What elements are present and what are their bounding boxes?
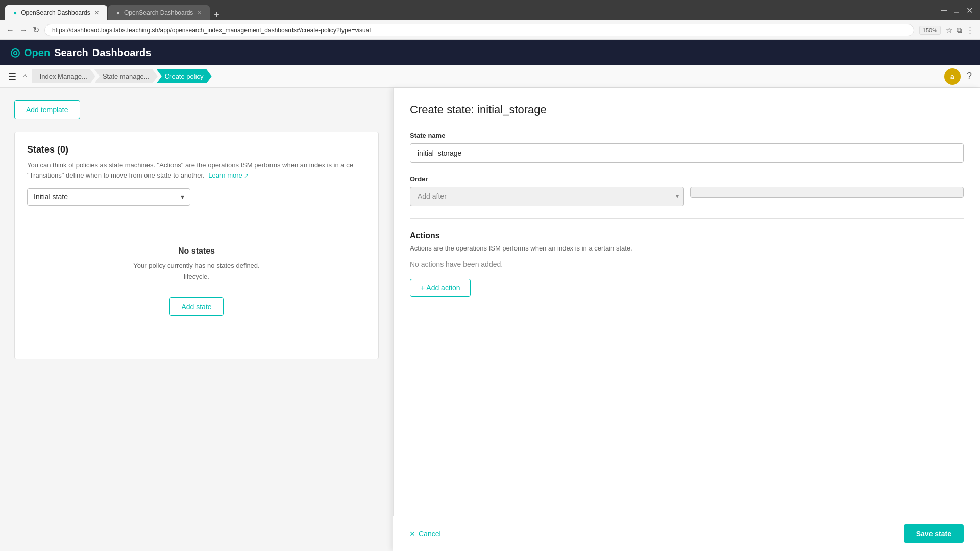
extensions-icon[interactable]: ⧉ xyxy=(957,26,962,35)
user-avatar[interactable]: a xyxy=(944,68,961,85)
cancel-button[interactable]: ✕ Cancel xyxy=(409,530,441,538)
url-input[interactable] xyxy=(44,24,914,36)
add-template-button[interactable]: Add template xyxy=(14,100,80,119)
cancel-label: Cancel xyxy=(419,530,441,538)
actions-title: Actions xyxy=(410,231,964,240)
navigation-bar: ☰ ⌂ Index Manage... State manage... Crea… xyxy=(0,65,980,88)
no-states-area: No states Your policy currently has no s… xyxy=(27,216,366,346)
refresh-button[interactable]: ↻ xyxy=(33,25,39,35)
create-state-title: Create state: initial_storage xyxy=(410,103,964,116)
browser-tabs: ● OpenSearch Dashboards ✕ ● OpenSearch D… xyxy=(5,0,223,20)
menu-icon[interactable]: ⋮ xyxy=(966,26,974,35)
left-panel: Add template States (0) You can think of… xyxy=(0,88,393,551)
drawer-footer: ✕ Cancel Save state xyxy=(393,516,980,551)
order-add-after-select[interactable]: Add after xyxy=(410,187,684,206)
actions-desc: Actions are the operations ISM performs … xyxy=(410,244,964,252)
help-icon[interactable]: ? xyxy=(967,71,972,82)
state-name-group: State name xyxy=(410,132,964,163)
breadcrumb-state-manage[interactable]: State manage... xyxy=(94,69,158,83)
close-button[interactable]: ✕ xyxy=(964,6,975,15)
forward-button[interactable]: → xyxy=(19,26,28,35)
learn-more-link[interactable]: Learn more xyxy=(208,171,242,179)
maximize-button[interactable]: □ xyxy=(952,6,961,15)
cancel-icon: ✕ xyxy=(409,530,415,538)
nav-right-section: a ? xyxy=(944,68,972,85)
active-tab-close[interactable]: ✕ xyxy=(94,10,99,16)
initial-state-select-wrapper: Initial state ▾ xyxy=(27,188,190,206)
order-group: Order Add after ▾ xyxy=(410,175,964,206)
active-tab-label: OpenSearch Dashboards xyxy=(21,9,90,16)
logo-dashboards: Dashboards xyxy=(92,47,152,59)
breadcrumb-create-policy[interactable]: Create policy xyxy=(157,69,212,83)
states-title: States (0) xyxy=(27,144,366,155)
states-desc-text2: "Transitions" define when to move from o… xyxy=(27,171,205,179)
no-states-title: No states xyxy=(37,246,356,256)
order-row: Add after ▾ xyxy=(410,187,964,206)
bookmark-icon[interactable]: ☆ xyxy=(946,26,952,35)
state-name-input[interactable] xyxy=(410,143,964,163)
new-tab-button[interactable]: + xyxy=(211,10,223,20)
section-divider xyxy=(410,218,964,219)
save-state-button[interactable]: Save state xyxy=(904,524,964,543)
tab-favicon: ● xyxy=(13,9,17,16)
order-label: Order xyxy=(410,175,964,183)
order-secondary-wrap xyxy=(690,187,964,206)
order-secondary-select xyxy=(690,187,964,198)
states-description: You can think of policies as state machi… xyxy=(27,160,366,180)
opensearch-icon: ◎ xyxy=(10,46,20,59)
hamburger-menu[interactable]: ☰ xyxy=(8,71,16,82)
logo-open: Open xyxy=(24,47,50,59)
window-controls: ─ □ ✕ xyxy=(939,6,975,15)
states-desc-text1: You can think of policies as state machi… xyxy=(27,161,353,169)
breadcrumb-index-manage[interactable]: Index Manage... xyxy=(32,69,95,83)
inactive-tab-close[interactable]: ✕ xyxy=(197,10,202,16)
right-panel: Create state: initial_storage State name… xyxy=(393,88,980,551)
home-button[interactable]: ⌂ xyxy=(22,72,28,81)
browser-action-icons: ☆ ⧉ ⋮ xyxy=(946,26,974,35)
add-state-button[interactable]: Add state xyxy=(169,297,223,316)
external-link-icon: ↗ xyxy=(244,172,249,179)
app-logo: ◎ OpenSearch Dashboards xyxy=(10,46,151,59)
inactive-tab-label: OpenSearch Dashboards xyxy=(124,9,193,16)
add-action-button[interactable]: + Add action xyxy=(410,279,471,297)
no-states-desc-part2: lifecycle. xyxy=(184,272,209,280)
active-tab[interactable]: ● OpenSearch Dashboards ✕ xyxy=(5,5,107,20)
no-states-desc-part1: Your policy currently has no states defi… xyxy=(133,262,259,269)
inactive-tab[interactable]: ● OpenSearch Dashboards ✕ xyxy=(108,5,210,20)
initial-state-select[interactable]: Initial state xyxy=(27,188,190,206)
state-name-label: State name xyxy=(410,132,964,139)
no-states-desc: Your policy currently has no states defi… xyxy=(37,261,356,282)
no-actions-text: No actions have been added. xyxy=(410,260,964,268)
states-section: States (0) You can think of policies as … xyxy=(14,132,379,359)
back-button[interactable]: ← xyxy=(6,26,14,35)
actions-group: Actions Actions are the operations ISM p… xyxy=(410,231,964,297)
zoom-level: 150% xyxy=(919,26,941,35)
main-content: Add template States (0) You can think of… xyxy=(0,88,980,551)
browser-chrome: ● OpenSearch Dashboards ✕ ● OpenSearch D… xyxy=(0,0,980,20)
order-add-after-wrap: Add after ▾ xyxy=(410,187,684,206)
logo-search: Search xyxy=(54,47,88,59)
minimize-button[interactable]: ─ xyxy=(939,6,949,15)
inactive-tab-favicon: ● xyxy=(116,9,120,16)
app-header: ◎ OpenSearch Dashboards xyxy=(0,40,980,65)
address-bar: ← → ↻ 150% ☆ ⧉ ⋮ xyxy=(0,20,980,40)
